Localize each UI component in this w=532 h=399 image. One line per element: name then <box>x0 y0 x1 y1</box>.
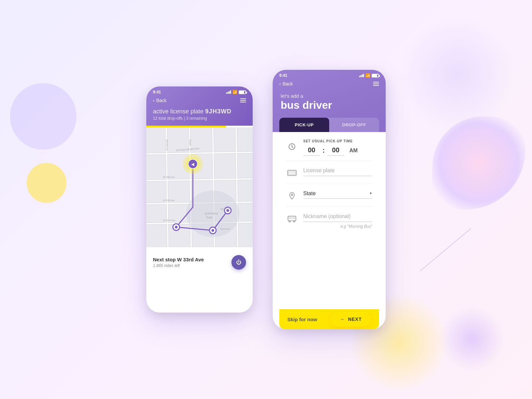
time-ampm: AM <box>349 148 358 154</box>
bg-blob-right-top <box>399 17 515 133</box>
decorative-line <box>420 228 471 271</box>
time-field: SET USUAL PICK-UP TIME : AM <box>303 139 372 156</box>
skip-button[interactable]: Skip for now <box>287 317 317 322</box>
next-button[interactable]: → NEXT <box>331 312 371 327</box>
form-inner: 9:41 📶 ‹ Back <box>273 70 386 329</box>
time-minute-input[interactable] <box>328 145 344 156</box>
nav-bar-map: ‹ Back <box>146 96 253 106</box>
tab-bar: PICK-UP DROP-OFF <box>279 118 379 132</box>
bg-blob-right-mid <box>432 116 525 209</box>
separator: | <box>184 116 185 121</box>
svg-text:W 29th Ave: W 29th Ave <box>163 176 175 178</box>
svg-text:Arbutus St: Arbutus St <box>166 139 168 150</box>
form-title-big: bus driver <box>281 99 378 111</box>
total-dropoffs: 12 total drop-offs <box>153 116 183 121</box>
form-bottom-bar: Skip for now → NEXT <box>279 309 379 329</box>
nickname-form-row: e.g "Morning Bus" <box>286 207 372 233</box>
next-stop-info: Next stop W 33rd Ave 1.865 miles left <box>153 257 204 268</box>
form-header: 9:41 📶 ‹ Back <box>273 70 386 132</box>
time-label: SET USUAL PICK-UP TIME <box>303 139 372 143</box>
license-form-row <box>286 161 372 184</box>
map-phone-header: 9:41 📶 ‹ Back active <box>146 86 253 126</box>
status-icons-map: 📶 <box>226 90 246 94</box>
svg-text:◀: ◀ <box>191 162 195 167</box>
time-inputs: : AM <box>303 145 372 156</box>
svg-point-47 <box>289 221 290 222</box>
phone-form: 9:41 📶 ‹ Back <box>273 70 386 329</box>
power-button[interactable]: ⏻ <box>231 255 246 270</box>
wifi-icon-form: 📶 <box>365 73 370 78</box>
nav-bar-form: ‹ Back <box>273 79 386 90</box>
map-view[interactable]: W King Edward Ave W 29th Ave W 30th Ave … <box>146 127 253 247</box>
time-hour-input[interactable] <box>303 145 320 156</box>
form-title-area: let's add a bus driver <box>273 90 386 118</box>
battery-icon-form <box>372 74 379 77</box>
plate-label: active license plate <box>153 108 203 115</box>
status-bar-form: 9:41 📶 <box>273 70 386 79</box>
plate-header: active license plate 9JH3WD 12 total dro… <box>146 106 253 126</box>
back-chevron-icon: ‹ <box>153 98 155 103</box>
svg-rect-44 <box>288 216 296 221</box>
phone-map: 9:41 📶 ‹ Back active <box>146 86 253 313</box>
hamburger-menu-form[interactable] <box>373 82 379 86</box>
form-fields-area: SET USUAL PICK-UP TIME : AM <box>279 132 379 309</box>
signal-icon-form <box>359 74 364 77</box>
svg-text:Quilchena: Quilchena <box>204 212 218 215</box>
signal-icon <box>226 90 231 94</box>
status-bar-map: 9:41 📶 <box>146 86 253 96</box>
status-time-form: 9:41 <box>279 73 287 78</box>
next-stop-title: Next stop W 33rd Ave <box>153 257 204 262</box>
nickname-hint: e.g "Morning Bus" <box>303 224 372 229</box>
next-arrow-icon: → <box>340 317 345 322</box>
time-colon: : <box>323 147 325 154</box>
svg-rect-45 <box>289 217 291 219</box>
back-button-map[interactable]: ‹ Back <box>153 98 167 103</box>
plate-title: active license plate 9JH3WD <box>153 108 246 115</box>
svg-point-32 <box>175 226 178 228</box>
bg-blob-purple <box>10 83 76 150</box>
back-label-map: Back <box>156 98 167 103</box>
status-time-map: 9:41 <box>153 90 161 94</box>
state-select[interactable]: State ALAKAZ CACOFL <box>303 191 369 196</box>
dropdown-arrow-icon: ▼ <box>369 192 372 195</box>
plate-number: 9JH3WD <box>205 108 231 115</box>
location-pin-icon <box>286 190 298 202</box>
svg-rect-46 <box>293 217 295 219</box>
bg-blob-bottom-right <box>439 306 505 372</box>
remaining: 3 remaining <box>186 116 207 121</box>
state-field: State ALAKAZ CACOFL ▼ <box>303 189 372 199</box>
hamburger-menu-map[interactable] <box>240 98 246 102</box>
bus-icon <box>286 213 298 225</box>
license-field <box>303 166 372 176</box>
nickname-input[interactable] <box>303 211 372 222</box>
state-select-wrap: State ALAKAZ CACOFL ▼ <box>303 189 372 199</box>
license-input[interactable] <box>303 166 372 176</box>
svg-text:W 32nd Ave: W 32nd Ave <box>163 219 176 221</box>
svg-text:Park: Park <box>206 216 212 219</box>
tab-pickup[interactable]: PICK-UP <box>279 118 329 132</box>
plate-meta: 12 total drop-offs | 3 remaining <box>153 116 246 121</box>
svg-point-36 <box>211 229 214 232</box>
back-label-form: Back <box>283 81 293 86</box>
back-chevron-form-icon: ‹ <box>279 81 281 86</box>
clock-icon <box>286 141 298 153</box>
nickname-field: e.g "Morning Bus" <box>303 211 372 229</box>
next-stop-meta: 1.865 miles left <box>153 263 204 268</box>
back-button-form[interactable]: ‹ Back <box>279 81 293 86</box>
svg-text:W 30th Ave: W 30th Ave <box>163 199 175 201</box>
form-subtitle: let's add a <box>281 93 378 99</box>
time-form-row: SET USUAL PICK-UP TIME : AM <box>286 135 372 161</box>
svg-point-48 <box>294 221 295 222</box>
svg-text:Maple: Maple <box>189 139 192 146</box>
tab-dropoff[interactable]: DROP-OFF <box>329 118 379 132</box>
next-stop-card: Next stop W 33rd Ave 1.865 miles left ⏻ <box>146 247 253 277</box>
svg-text:32nd Ave: 32nd Ave <box>220 228 230 230</box>
svg-text:32nd Ave: 32nd Ave <box>220 208 230 210</box>
map-svg: W King Edward Ave W 29th Ave W 30th Ave … <box>146 127 253 247</box>
bg-blob-yellow <box>27 163 66 203</box>
status-icons-form: 📶 <box>359 73 379 78</box>
battery-icon <box>239 90 246 94</box>
power-icon: ⏻ <box>236 259 241 265</box>
svg-point-43 <box>291 194 293 196</box>
next-label: NEXT <box>348 317 362 322</box>
